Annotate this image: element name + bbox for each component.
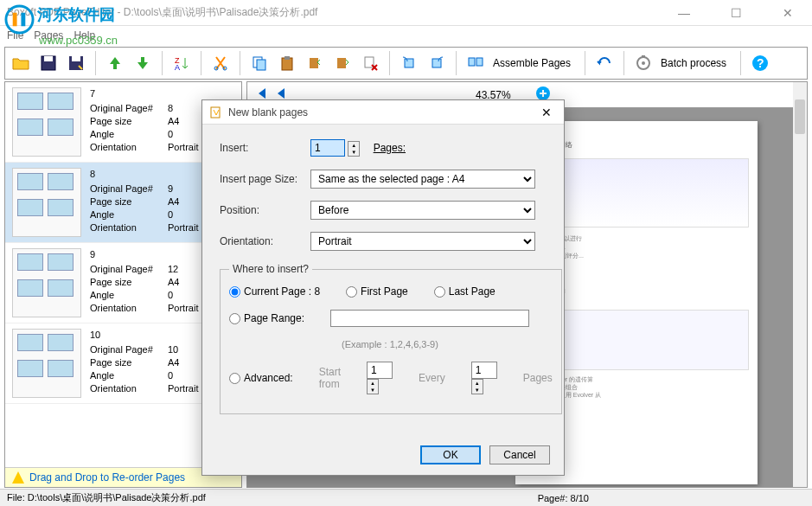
where-legend: Where to insert? [229,263,312,275]
sort-icon[interactable]: ZA [169,51,194,75]
rotate-right-icon[interactable] [425,51,449,75]
svg-rect-13 [282,58,292,70]
svg-rect-16 [337,58,346,68]
orientation-select[interactable]: Portrait [310,232,535,251]
insert-size-label: Insert page Size: [220,173,310,185]
page-thumbnail [12,248,81,317]
insert-size-select[interactable]: Same as the selected page : A4 [310,170,535,189]
paste-icon[interactable] [275,51,299,75]
maximize-button[interactable]: ☐ [719,6,753,20]
svg-text:?: ? [757,56,764,70]
dialog-title: New blank pages [228,106,536,118]
paste-after-icon[interactable] [330,51,355,75]
menu-file[interactable]: File [7,29,23,42]
insert-spinner[interactable]: ▲▼ [348,141,360,157]
current-page-radio[interactable]: Current Page : 8 [229,285,320,298]
help-icon[interactable]: ? [748,51,772,75]
cut-icon[interactable] [208,51,233,75]
undo-icon[interactable] [592,51,617,75]
saveas-icon[interactable] [64,51,88,75]
save-icon[interactable] [36,51,61,75]
where-fieldset: Where to insert? Current Page : 8 First … [220,263,562,414]
svg-rect-24 [642,55,645,58]
status-page: Page#: 8/10 [538,493,589,503]
dialog-close-icon[interactable]: ✕ [536,106,557,119]
warning-icon [12,471,24,484]
pages-label: Pages: [374,142,406,154]
paste-before-icon[interactable] [303,51,327,75]
statusbar: File: D:\tools\桌面\说明书\Palisade决策分析.pdf P… [0,489,812,506]
every-input[interactable] [471,362,497,379]
page-thumbnail [12,329,81,398]
startfrom-input[interactable] [367,362,393,379]
move-down-icon[interactable] [131,51,155,75]
insert-label: Insert: [220,142,310,154]
svg-rect-18 [405,59,413,67]
position-select[interactable]: Before [310,201,535,220]
svg-rect-19 [432,59,441,67]
svg-rect-4 [44,56,53,61]
orientation-label: Orientation: [220,235,310,247]
page-range-radio[interactable]: Page Range: [229,312,304,324]
titlebar: Boxoft PDF PageEditor - D:\tools\桌面\说明书\… [0,0,812,26]
first-page-radio[interactable]: First Page [346,285,408,298]
dialog-icon [209,106,223,119]
toolbar: ZA Assemble Pages Batch process ? [4,47,808,80]
status-file: File: D:\tools\桌面\说明书\Palisade决策分析.pdf [7,491,538,504]
menu-pages[interactable]: Pages [34,29,63,42]
window-title: Boxoft PDF PageEditor - D:\tools\桌面\说明书\… [7,5,667,20]
drag-hint-text: Drag and Drop to Re-order Pages [29,471,185,484]
svg-rect-14 [285,56,290,60]
last-page-radio[interactable]: Last Page [434,285,496,298]
close-button[interactable]: ✕ [770,6,805,20]
range-example: (Example : 1,2,4,6,3-9) [342,339,553,349]
advanced-radio[interactable]: Advanced: [229,372,293,384]
svg-rect-6 [72,56,80,61]
svg-point-23 [642,61,645,65]
svg-rect-20 [469,58,475,66]
svg-rect-21 [476,58,483,66]
assemble-icon[interactable] [464,51,488,75]
menu-help[interactable]: Help [74,29,95,42]
cancel-button[interactable]: Cancel [489,445,550,464]
every-label: Every [419,372,445,384]
pages-suffix-label: Pages [523,372,553,384]
position-label: Position: [220,204,310,216]
assemble-label[interactable]: Assemble Pages [493,57,571,69]
menubar: File Pages Help [0,26,812,45]
every-spinner[interactable]: ▲▼ [471,379,483,394]
open-icon[interactable] [9,51,33,75]
minimize-button[interactable]: — [667,6,701,20]
new-blank-pages-dialog: New blank pages ✕ Insert: ▲▼ Pages: Inse… [201,99,565,476]
rotate-left-icon[interactable] [397,51,421,75]
delete-icon[interactable] [358,51,382,75]
preview-scrollbar[interactable] [793,82,807,487]
ok-button[interactable]: OK [420,445,481,464]
page-thumbnail [12,168,81,237]
copy-icon[interactable] [247,51,272,75]
svg-text:A: A [175,63,180,72]
svg-rect-15 [310,58,318,68]
startfrom-label: Start from [319,366,341,390]
move-up-icon[interactable] [103,51,127,75]
startfrom-spinner[interactable]: ▲▼ [367,379,379,394]
insert-count-input[interactable] [310,139,345,157]
batch-label[interactable]: Batch process [661,57,726,69]
page-thumbnail [12,87,81,157]
batch-icon[interactable] [631,51,655,75]
svg-rect-12 [257,60,265,70]
dialog-titlebar: New blank pages ✕ [202,100,564,125]
page-range-input[interactable] [330,310,529,327]
